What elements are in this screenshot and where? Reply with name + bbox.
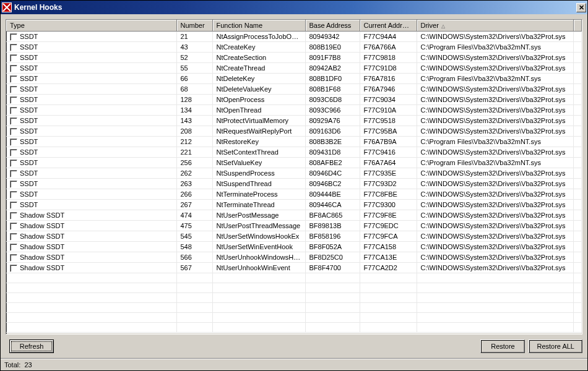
row-checkbox[interactable] <box>10 54 17 62</box>
cell-type[interactable]: SSDT <box>6 94 176 104</box>
cell-driver: C:\Program Files\Vba32\Vba32mNT.sys <box>417 73 573 83</box>
cell-type[interactable]: SSDT <box>6 189 176 199</box>
table-row[interactable]: Shadow SSDT474NtUserPostMessageBF8AC865F… <box>6 210 582 220</box>
cell-type[interactable]: SSDT <box>6 41 176 52</box>
cell-base: 80929A76 <box>305 115 360 126</box>
cell-type[interactable]: SSDT <box>6 178 176 189</box>
table-row[interactable]: SSDT55NtCreateThread80942AB2F77C91D8C:\W… <box>6 62 582 73</box>
cell-type[interactable]: Shadow SSDT <box>6 241 176 252</box>
cell-type[interactable]: Shadow SSDT <box>6 231 176 241</box>
row-checkbox[interactable] <box>10 107 17 114</box>
cell-type[interactable]: Shadow SSDT <box>6 252 176 262</box>
row-checkbox[interactable] <box>10 191 17 198</box>
table-row[interactable]: Shadow SSDT548NtUserSetWinEventHookBF8F0… <box>6 241 582 252</box>
cell-base: 809431D8 <box>305 147 360 157</box>
table-row[interactable]: SSDT134NtOpenThread8093C966F77C910AC:\WI… <box>6 104 582 115</box>
table-row[interactable]: SSDT263NtSuspendThread80946BC2F77C93D2C:… <box>6 178 582 189</box>
col-filler <box>573 20 582 31</box>
cell-type-text: SSDT <box>20 138 38 145</box>
cell-func: NtCreateSection <box>212 52 305 62</box>
table-row[interactable]: SSDT266NtTerminateProcess809444BEF77C8FB… <box>6 189 582 199</box>
cell-type[interactable]: SSDT <box>6 83 176 94</box>
row-checkbox[interactable] <box>10 117 17 125</box>
cell-type[interactable]: SSDT <box>6 104 176 115</box>
table-row[interactable]: SSDT267NtTerminateThread809446CAF77C9300… <box>6 199 582 210</box>
row-checkbox[interactable] <box>10 33 17 41</box>
close-button[interactable]: ✕ <box>576 3 586 12</box>
cell-func: NtOpenProcess <box>212 94 305 104</box>
row-checkbox[interactable] <box>10 75 17 83</box>
row-checkbox[interactable] <box>10 233 17 241</box>
table-row[interactable]: Shadow SSDT567NtUserUnhookWinEventBF8F47… <box>6 262 582 273</box>
table-row[interactable]: SSDT52NtCreateSection8091F7B8F77C9818C:\… <box>6 52 582 62</box>
cell-type[interactable]: Shadow SSDT <box>6 220 176 231</box>
cell-type-text: SSDT <box>20 190 38 198</box>
cell-func: NtUserPostMessage <box>212 210 305 220</box>
cell-type[interactable]: SSDT <box>6 52 176 62</box>
table-row[interactable]: SSDT256NtSetValueKey808AFBE2F76A7A64C:\P… <box>6 157 582 168</box>
row-checkbox[interactable] <box>10 254 17 262</box>
row-checkbox[interactable] <box>10 202 17 209</box>
table-row[interactable]: Shadow SSDT545NtUserSetWindowsHookExBF85… <box>6 231 582 241</box>
cell-func: NtUserSetWindowsHookEx <box>212 231 305 241</box>
table-row[interactable]: Shadow SSDT475NtUserPostThreadMessageBF8… <box>6 220 582 231</box>
cell-type[interactable]: SSDT <box>6 31 176 41</box>
row-checkbox[interactable] <box>10 223 17 230</box>
cell-type[interactable]: Shadow SSDT <box>6 262 176 273</box>
row-checkbox[interactable] <box>10 86 17 93</box>
table-row[interactable]: SSDT208NtRequestWaitReplyPort809163D6F77… <box>6 126 582 136</box>
cell-type[interactable]: SSDT <box>6 157 176 168</box>
row-checkbox[interactable] <box>10 128 17 135</box>
cell-type[interactable]: SSDT <box>6 126 176 136</box>
col-type[interactable]: Type <box>6 20 176 31</box>
row-checkbox[interactable] <box>10 265 17 272</box>
col-func[interactable]: Function Name <box>212 20 305 31</box>
cell-type[interactable]: Shadow SSDT <box>6 210 176 220</box>
row-checkbox[interactable] <box>10 160 17 167</box>
restore-button[interactable]: Restore <box>480 339 525 353</box>
cell-type[interactable]: SSDT <box>6 136 176 147</box>
row-checkbox[interactable] <box>10 44 17 51</box>
row-checkbox[interactable] <box>10 96 17 104</box>
restore-all-button[interactable]: Restore ALL <box>529 339 582 353</box>
cell-base: 808B1DF0 <box>305 73 360 83</box>
titlebar[interactable]: Kernel Hooks ✕ <box>1 1 587 14</box>
col-base[interactable]: Base Address <box>305 20 360 31</box>
table-row[interactable]: SSDT68NtDeleteValueKey808B1F68F76A7946C:… <box>6 83 582 94</box>
table-row[interactable]: SSDT143NtProtectVirtualMemory80929A76F77… <box>6 115 582 126</box>
cell-curr: F77C93D2 <box>360 178 417 189</box>
row-checkbox[interactable] <box>10 244 17 251</box>
row-checkbox[interactable] <box>10 65 17 72</box>
cell-func: NtDeleteKey <box>212 73 305 83</box>
table-row[interactable]: SSDT21NtAssignProcessToJobObj...80949342… <box>6 31 582 41</box>
cell-driver: C:\WINDOWS\System32\Drivers\Vba32Prot.sy… <box>417 199 573 210</box>
cell-type[interactable]: SSDT <box>6 147 176 157</box>
cell-type[interactable]: SSDT <box>6 199 176 210</box>
table-row[interactable]: Shadow SSDT566NtUserUnhookWindowsHo...BF… <box>6 252 582 262</box>
cell-type[interactable]: SSDT <box>6 62 176 73</box>
row-checkbox[interactable] <box>10 149 17 156</box>
table-row[interactable]: SSDT43NtCreateKey808B19E0F76A766AC:\Prog… <box>6 41 582 52</box>
cell-type[interactable]: SSDT <box>6 115 176 126</box>
table-row[interactable]: SSDT212NtRestoreKey808B3B2EF76A7B9AC:\Pr… <box>6 136 582 147</box>
cell-base: 808B3B2E <box>305 136 360 147</box>
row-checkbox[interactable] <box>10 139 17 146</box>
row-checkbox[interactable] <box>10 181 17 188</box>
col-driver[interactable]: Driver△ <box>417 20 573 31</box>
table-row[interactable]: SSDT128NtOpenProcess8093C6D8F77C9034C:\W… <box>6 94 582 104</box>
col-curr[interactable]: Current Address <box>360 20 417 31</box>
table-row[interactable]: SSDT262NtSuspendProcess80946D4CF77C935EC… <box>6 168 582 178</box>
cell-func: NtProtectVirtualMemory <box>212 115 305 126</box>
table-row[interactable]: SSDT221NtSetContextThread809431D8F77C941… <box>6 147 582 157</box>
cell-filler <box>573 115 582 126</box>
cell-driver: C:\WINDOWS\System32\Drivers\Vba32Prot.sy… <box>417 241 573 252</box>
col-number[interactable]: Number <box>176 20 212 31</box>
cell-type[interactable]: SSDT <box>6 168 176 178</box>
row-checkbox[interactable] <box>10 170 17 177</box>
row-checkbox[interactable] <box>10 212 17 220</box>
table-row[interactable]: SSDT66NtDeleteKey808B1DF0F76A7816C:\Prog… <box>6 73 582 83</box>
cell-driver: C:\WINDOWS\System32\Drivers\Vba32Prot.sy… <box>417 252 573 262</box>
cell-type[interactable]: SSDT <box>6 73 176 83</box>
refresh-button[interactable]: Refresh <box>9 339 54 353</box>
cell-func: NtUserUnhookWindowsHo... <box>212 252 305 262</box>
